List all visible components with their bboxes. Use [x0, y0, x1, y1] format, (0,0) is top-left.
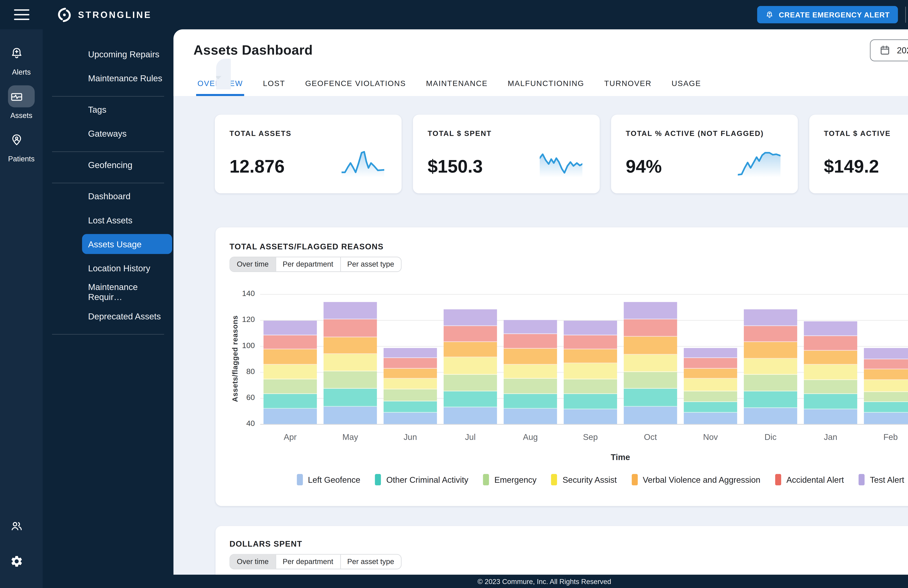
alert-bell-plus-icon: [765, 10, 774, 19]
sidebar-item-assets-usage[interactable]: Assets Usage: [82, 234, 172, 254]
bar-segment-accidental-alert: [324, 320, 377, 337]
bar-may: [324, 302, 377, 424]
bar-segment-verbal-violence-and-aggression: [684, 369, 737, 379]
toggle-per-department[interactable]: Per department: [275, 554, 340, 569]
stat-card-value: $149.2: [824, 157, 879, 177]
bar-segment-security-assist: [864, 380, 908, 392]
sidebar-item-dashboard[interactable]: Dashboard: [43, 184, 174, 208]
bar-segment-left-geofence: [624, 406, 677, 424]
date-range-picker[interactable]: 2024-02-24 - 2024-03-25: [870, 39, 908, 61]
x-tick-label: Nov: [684, 433, 737, 442]
y-tick-label: 80: [222, 367, 255, 375]
x-tick-label: Sep: [564, 433, 617, 442]
chevron-down-icon: [216, 76, 221, 79]
tab-geofence-violations[interactable]: GEOFENCE VIOLATIONS: [305, 71, 406, 96]
rail-item-patients[interactable]: Patients: [0, 129, 43, 162]
toggle-per-department[interactable]: Per department: [275, 257, 340, 272]
sidebar-item-geofencing[interactable]: Geofencing: [43, 153, 174, 177]
legend-swatch: [551, 474, 557, 485]
legend-item-emergency: Emergency: [483, 474, 537, 485]
sidebar-item-location-history[interactable]: Location History: [43, 256, 174, 280]
sidebar-item-label: Maintenance Requir…: [88, 282, 174, 302]
bar-segment-verbal-violence-and-aggression: [864, 370, 908, 380]
bar-segment-other-criminal-activity: [504, 394, 557, 409]
dashboard-content: TOTAL ASSETS12.876TOTAL $ SPENT$150.3TOT…: [174, 96, 908, 588]
legend-label: Test Alert: [870, 475, 904, 484]
legend-label: Left Geofence: [308, 475, 360, 484]
tab-maintenance[interactable]: MAINTENANCE: [426, 71, 488, 96]
gear-icon: [10, 554, 23, 568]
stat-card-total-assets: TOTAL ASSETS12.876: [215, 115, 402, 193]
legend-swatch: [483, 474, 489, 485]
sidebar-item-label: Dashboard: [88, 191, 130, 201]
create-emergency-alert-button[interactable]: CREATE EMERGENCY ALERT: [757, 6, 898, 23]
stat-card-total-spent: TOTAL $ SPENT$150.3: [413, 115, 600, 193]
strongline-logo-icon: [57, 7, 72, 22]
legend-item-verbal-violence-and-aggression: Verbal Violence and Aggression: [631, 474, 760, 485]
gear-button[interactable]: [10, 554, 33, 570]
tab-malfunctioning[interactable]: MALFUNCTIONING: [508, 71, 584, 96]
tab-lost[interactable]: LOST: [263, 71, 285, 96]
gridline: [260, 294, 908, 295]
sidebar-item-label: Lost Assets: [88, 215, 132, 225]
bar-segment-other-criminal-activity: [444, 391, 497, 407]
bar-segment-verbal-violence-and-aggression: [624, 336, 677, 355]
flagged-reasons-toggle-group: Over timePer departmentPer asset type: [230, 257, 401, 272]
sidebar-item-label: Tags: [88, 104, 106, 114]
menu-icon[interactable]: [0, 9, 43, 20]
bar-segment-emergency: [324, 371, 377, 389]
sidebar-item-maintenance-rules[interactable]: Maintenance Rules: [43, 66, 174, 90]
tab-usage[interactable]: USAGE: [671, 71, 701, 96]
bar-segment-other-criminal-activity: [684, 402, 737, 413]
bar-segment-emergency: [744, 374, 797, 391]
bar-oct: [624, 302, 677, 424]
stat-card-value: 12.876: [230, 157, 285, 177]
sparkline-chart: [540, 149, 583, 179]
sidebar-item-label: Deprecated Assets: [88, 311, 161, 321]
legend-label: Verbal Violence and Aggression: [643, 475, 760, 484]
bar-segment-accidental-alert: [444, 326, 497, 342]
bar-segment-other-criminal-activity: [264, 394, 317, 409]
calendar-icon: [879, 44, 891, 56]
x-tick-label: Dic: [744, 433, 797, 442]
y-tick-label: 120: [222, 315, 255, 323]
bar-segment-test-alert: [383, 348, 437, 358]
toggle-per-asset-type[interactable]: Per asset type: [340, 257, 401, 272]
x-tick-label: Jul: [444, 433, 497, 442]
main-content: Assets Dashboard 2024-02-24 - 2024-03-25…: [174, 29, 908, 588]
sidebar-divider: [52, 334, 164, 335]
legend-swatch: [375, 474, 381, 485]
sidebar-item-deprecated-assets[interactable]: Deprecated Assets: [43, 304, 174, 328]
stat-card-label: TOTAL $ SPENT: [428, 129, 492, 137]
sidebar-item-label: Gateways: [88, 128, 127, 138]
sidebar-item-lost-assets[interactable]: Lost Assets: [43, 208, 174, 232]
rail-item-assets[interactable]: Assets: [0, 85, 43, 119]
bar-segment-other-criminal-activity: [744, 391, 797, 408]
legend-item-other-criminal-activity: Other Criminal Activity: [375, 474, 468, 485]
sidebar-divider: [52, 96, 164, 97]
people-icon: [10, 519, 23, 533]
sidebar-item-reports[interactable]: Reports: [216, 65, 231, 89]
rail-item-alerts[interactable]: Alerts: [0, 42, 43, 76]
app-viewport: STRONGLINE CREATE EMERGENCY ALERT Online…: [0, 0, 908, 588]
icon-rail: AlertsAssetsPatients: [0, 29, 43, 588]
people-button[interactable]: [10, 519, 33, 535]
toggle-per-asset-type[interactable]: Per asset type: [340, 554, 401, 569]
bar-segment-other-criminal-activity: [564, 394, 617, 409]
bar-segment-test-alert: [504, 320, 557, 334]
legend-label: Accidental Alert: [786, 475, 844, 484]
toggle-over-time[interactable]: Over time: [230, 554, 275, 569]
x-tick-label: Aug: [504, 433, 557, 442]
bar-segment-verbal-violence-and-aggression: [383, 369, 437, 379]
patients-icon: [10, 133, 23, 146]
bar-segment-accidental-alert: [864, 359, 908, 370]
stat-card-value: 94%: [626, 157, 662, 177]
sidebar-item-gateways[interactable]: Gateways: [43, 121, 174, 145]
legend-item-test-alert: Test Alert: [859, 474, 904, 485]
sidebar-item-tags[interactable]: Tags: [43, 97, 174, 121]
tab-turnover[interactable]: TURNOVER: [604, 71, 652, 96]
sidebar-item-maintenance-requir[interactable]: Maintenance Requir…: [43, 280, 174, 304]
topbar-divider: [905, 7, 906, 22]
toggle-over-time[interactable]: Over time: [230, 257, 275, 272]
sidebar-item-upcoming-repairs[interactable]: Upcoming Repairs: [43, 42, 174, 66]
